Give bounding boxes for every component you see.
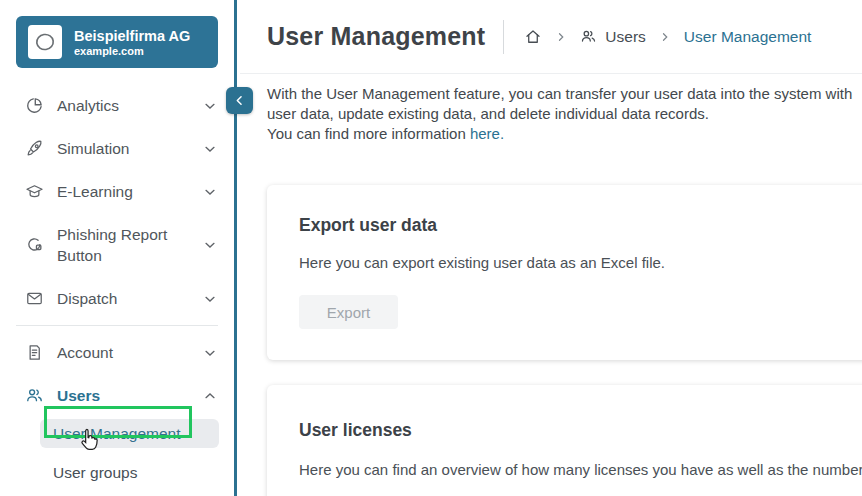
sidebar-item-label: Users xyxy=(57,385,202,406)
document-icon xyxy=(24,343,44,363)
sidebar-item-phishing-report-button[interactable]: Phishing Report Button xyxy=(0,213,234,277)
sidebar-subitem-user-management[interactable]: User Management xyxy=(40,419,219,448)
chevron-up-icon xyxy=(202,388,218,404)
chevron-right-icon xyxy=(555,31,567,43)
sidebar-item-elearning[interactable]: E-Learning xyxy=(0,170,234,213)
sidebar-item-users[interactable]: Users xyxy=(0,374,234,417)
breadcrumb: Users User Management xyxy=(524,28,811,46)
sidebar-item-analytics[interactable]: Analytics xyxy=(0,84,234,127)
breadcrumb-divider xyxy=(503,20,504,54)
user-licenses-card: User licenses Here you can find an overv… xyxy=(267,385,862,496)
chevron-down-icon xyxy=(202,141,218,157)
export-button[interactable]: Export xyxy=(299,295,398,329)
chevron-down-icon xyxy=(202,184,218,200)
sidebar-item-label: Simulation xyxy=(57,138,202,159)
organization-card[interactable]: Beispielfirma AG example.com xyxy=(16,16,218,68)
sidebar-item-label: Dispatch xyxy=(57,288,202,309)
home-icon[interactable] xyxy=(524,28,542,46)
sidebar-item-account[interactable]: Account xyxy=(0,331,234,374)
sidebar-item-label: E-Learning xyxy=(57,181,202,202)
chevron-down-icon xyxy=(202,98,218,114)
sidebar: Beispielfirma AG example.com Analytics xyxy=(0,0,237,496)
chevron-down-icon xyxy=(202,345,218,361)
sidebar-divider xyxy=(16,325,218,326)
rocket-icon xyxy=(24,139,44,159)
sidebar-subitem-label: User groups xyxy=(53,464,137,482)
sidebar-subitem-label: User Management xyxy=(53,425,181,443)
card-body: Here you can find an overview of how man… xyxy=(299,461,862,478)
users-icon xyxy=(580,28,597,45)
sidebar-collapse-button[interactable] xyxy=(226,87,253,114)
breadcrumb-users-label: Users xyxy=(605,28,645,46)
page-header: User Management Users xyxy=(240,0,862,74)
intro-text: With the User Management feature, you ca… xyxy=(267,84,862,144)
breadcrumb-users[interactable]: Users xyxy=(580,28,645,46)
sidebar-item-dispatch[interactable]: Dispatch xyxy=(0,277,234,320)
organization-domain: example.com xyxy=(74,45,190,57)
sidebar-item-simulation[interactable]: Simulation xyxy=(0,127,234,170)
export-user-data-card: Export user data Here you can export exi… xyxy=(267,185,862,360)
graduation-cap-icon xyxy=(24,182,44,202)
chevron-right-icon xyxy=(659,31,671,43)
chevron-down-icon xyxy=(202,291,218,307)
breadcrumb-current: User Management xyxy=(684,28,812,46)
more-information-link[interactable]: here. xyxy=(470,125,504,142)
envelope-icon xyxy=(24,289,44,309)
organization-logo xyxy=(28,25,62,59)
sidebar-subitem-user-groups[interactable]: User groups xyxy=(40,458,219,487)
pie-chart-icon xyxy=(24,96,44,116)
users-icon xyxy=(24,386,44,406)
sidebar-item-label: Phishing Report Button xyxy=(57,224,202,266)
page-title: User Management xyxy=(267,22,485,51)
chevron-down-icon xyxy=(202,237,218,253)
card-title: Export user data xyxy=(299,215,862,236)
chevron-left-icon xyxy=(232,93,247,108)
organization-name: Beispielfirma AG xyxy=(74,27,190,45)
intro-line-2: user data, update existing data, and del… xyxy=(267,104,862,124)
intro-line-3: You can find more information here. xyxy=(267,124,862,144)
card-title: User licenses xyxy=(299,420,862,441)
main-content: User Management Users xyxy=(240,0,862,496)
intro-line-1: With the User Management feature, you ca… xyxy=(267,84,862,104)
card-body: Here you can export existing user data a… xyxy=(299,254,862,271)
phishing-hook-icon xyxy=(24,235,44,255)
sidebar-nav: Analytics Simulation xyxy=(0,84,234,496)
sidebar-item-label: Analytics xyxy=(57,95,202,116)
sidebar-item-label: Account xyxy=(57,342,202,363)
